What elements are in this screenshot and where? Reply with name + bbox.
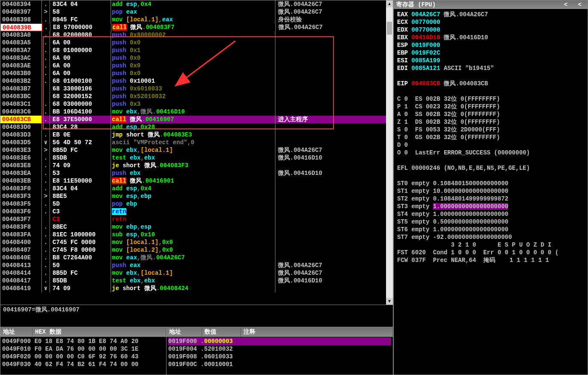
register-line[interactable] [397, 172, 584, 180]
disasm-row[interactable]: 004083D3.EB 0Ejmp short 微风.004083E3 [0, 131, 393, 139]
disasm-row[interactable]: 004083AE.6A 00push 0x0 [0, 62, 393, 70]
disasm-row[interactable]: 004083E6.85DBtest ebx,ebx微风.00416D10 [0, 154, 393, 162]
disasm-row[interactable]: 004083B7 68 33000106push 0x6010033 [0, 85, 393, 93]
hex-row[interactable]: 0049F010 F0 EA DA 76 00 00 00 00 3C 1E [2, 345, 164, 353]
registers-pane[interactable]: 寄存器 (FPU) < < EAX 004A26C7 微风.004A26C7EC… [393, 0, 588, 375]
disasm-row[interactable]: 00408417.85DBtest ebx,ebx微风.00416D10 [0, 277, 393, 285]
disasm-row[interactable]: 00408414.8B5D FCmov ebx,[local.1]微风.004A… [0, 269, 393, 277]
register-line[interactable]: O 0 LastErr ERROR_SUCCESS (00000000) [397, 149, 584, 157]
disasm-row[interactable]: 004083E8.74 09je short 微风.004083F3 [0, 162, 393, 169]
disasm-row[interactable]: 004083C6.BB 106D4100mov ebx,微风.00416D10 [0, 108, 393, 116]
stack-row[interactable]: 0019F008 .06010033 [168, 353, 391, 360]
disasm-row[interactable]: 00408398.8945 FCmov [local.1],eax身份校验 [0, 16, 393, 23]
scroll-up-icon[interactable]: ▲ [386, 0, 393, 7]
scroll-thumb[interactable] [387, 22, 392, 35]
register-line[interactable]: A 0 SS 002B 32位 0(FFFFFFFF) [397, 110, 584, 118]
disasm-row[interactable]: 004083F0.83C4 04add esp,0x4 [0, 185, 393, 192]
disasm-scrollbar[interactable]: ▲ ▼ [386, 0, 393, 305]
instruction: mov [local.1],eax [111, 16, 275, 23]
hex-header-data[interactable]: HEX 数据 [32, 327, 166, 337]
disasm-row[interactable]: 004083A0.68 02000080push 0x80000002 [0, 31, 393, 39]
disasm-row[interactable]: 00408407.C745 F8 0000mov [local.2],0x0 [0, 246, 393, 254]
disasm-row[interactable]: 004083FA.81EC 1000000sub esp,0x10 [0, 231, 393, 238]
register-line[interactable]: Z 1 DS 002B 32位 0(FFFFFFFF) [397, 118, 584, 126]
register-line[interactable]: ST7 empty -92.000000000000000000 [397, 233, 584, 241]
register-line[interactable]: EFL 00000246 (NO,NB,E,BE,NS,PE,GE,LE) [397, 164, 584, 172]
disasm-row[interactable]: 004083EB.E8 11E50000call 微风.00416901 [0, 177, 393, 185]
disasm-row[interactable]: 004083CB.E8 37E50000call 微风.00416907进入主程… [0, 116, 393, 123]
stack-row[interactable]: 0019F000 .00000003 [168, 337, 391, 345]
register-line[interactable]: ST6 empty 1.0000000000000000000 [397, 226, 584, 233]
register-line[interactable]: EBP 0019F02C [397, 49, 584, 57]
register-line[interactable]: EIP 004083CB 微风.004083CB [397, 80, 584, 87]
registers-nav-icons[interactable]: < < [564, 1, 585, 9]
register-line[interactable]: FCW 037F Prec NEAR,64 掩码 1 1 1 1 1 1 [397, 256, 584, 264]
disasm-row[interactable]: 004083F8.8BECmov ebp,esp [0, 223, 393, 231]
stack-header-val[interactable]: 数值 [202, 327, 241, 337]
disasm-row[interactable]: 004083A7.68 01000000push 0x1 [0, 47, 393, 54]
disasm-row[interactable]: 004083D0.83C4 28add esp,0x28 [0, 123, 393, 131]
disasm-row[interactable]: 00408419∨74 09je short 微风.00408424 [0, 285, 393, 292]
register-line[interactable]: EDX 00770000 [397, 26, 584, 34]
disasm-row[interactable]: 004083B2.68 01000100push 0x10001 [0, 77, 393, 85]
hex-dump-pane[interactable]: 地址 HEX 数据 0049F000 E0 18 E8 74 80 1B E8 … [0, 327, 167, 375]
register-line[interactable] [397, 157, 584, 164]
disasm-row[interactable]: 004083F5.5Dpop ebp [0, 200, 393, 208]
disasm-row[interactable]: 004083C1.68 03000000push 0x3 [0, 100, 393, 108]
disasm-row[interactable]: 00408400.C745 FC 0000mov [local.1],0x0 [0, 238, 393, 246]
register-line[interactable]: D 0 [397, 141, 584, 149]
disasm-row[interactable]: 004083E3>8B5D FCmov ebx,[local.1]微风.004A… [0, 146, 393, 154]
address: 00408407 [0, 246, 42, 254]
register-line[interactable]: ST4 empty 1.0000000000000000000 [397, 210, 584, 218]
disasm-row[interactable]: 00408397>58pop eax微风.004A26C7 [0, 8, 393, 16]
stack-header-addr[interactable]: 地址 [167, 327, 202, 337]
register-line[interactable]: ECX 00770000 [397, 18, 584, 26]
register-line[interactable] [397, 87, 584, 95]
disasm-row[interactable]: 004083B0.6A 00push 0x0 [0, 70, 393, 77]
register-line[interactable]: EDI 0085A121 ASCII "b19415" [397, 64, 584, 72]
disasm-row[interactable]: 004083F7 C3retn [0, 215, 393, 223]
register-line[interactable]: ST3 empty 1.0000000000000000000 [397, 203, 584, 210]
register-line[interactable]: EAX 004A26C7 微风.004A26C7 [397, 11, 584, 18]
register-line[interactable]: P 1 CS 0023 32位 0(FFFFFFFF) [397, 103, 584, 110]
disasm-row[interactable]: 004083BC 68 32000152push 0x52010032 [0, 93, 393, 100]
disasm-row[interactable]: 0040839B.E8 57000000call 微风.004083F7微风.0… [0, 23, 393, 31]
disassembly-pane[interactable]: 00408394.83C4 04add esp,0x4微风.004A26C700… [0, 0, 393, 305]
disasm-row[interactable]: 004083D5∨56 4D 50 72 ascii "VMProtect en… [0, 139, 393, 146]
hex-row[interactable]: 0049F000 E0 18 E8 74 80 1B E8 74 A0 20 [2, 337, 164, 345]
register-line[interactable]: ESP 0019F000 [397, 41, 584, 49]
register-line[interactable]: ST5 empty 0.5000000000000000000 [397, 218, 584, 226]
register-line[interactable]: ST2 empty 0.1084801499999999872 [397, 195, 584, 203]
comment [275, 85, 392, 93]
register-line[interactable]: ST1 empty 10.000000000000000000 [397, 187, 584, 195]
stack-row[interactable]: 0019F00C .00010001 [168, 360, 391, 368]
hex-row[interactable]: 0049F020 00 00 00 00 C0 6F 92 76 60 43 [2, 353, 164, 360]
register-line[interactable]: FST 6020 Cond 1 0 0 0 Err 0 0 1 0 0 0 0 … [397, 249, 584, 256]
instruction: je short 微风.00408424 [111, 285, 275, 292]
register-line[interactable]: ESI 0085A199 [397, 57, 584, 64]
disasm-row[interactable]: 0040840E.B8 C7264A00mov eax,微风.004A26C7 [0, 254, 393, 262]
registers-header[interactable]: 寄存器 (FPU) < < [394, 0, 588, 9]
register-line[interactable] [397, 72, 584, 80]
disasm-row[interactable]: 004083A5.6A 00push 0x0 [0, 39, 393, 47]
disasm-row[interactable]: 004083AC.6A 00push 0x0 [0, 54, 393, 62]
disasm-row[interactable]: 00408413.50push eax微风.004A26C7 [0, 262, 393, 269]
register-line[interactable]: ST0 empty 0.1084801500000000000 [397, 180, 584, 187]
disasm-row[interactable]: 00408394.83C4 04add esp,0x4微风.004A26C7 [0, 0, 393, 8]
scroll-down-icon[interactable]: ▼ [386, 298, 393, 305]
stack-header-cmt[interactable]: 注释 [241, 327, 393, 337]
opcode-bytes: E8 37E50000 [50, 116, 111, 123]
stack-pane[interactable]: 地址 数值 注释 0019F000 .000000030019F004 .520… [167, 327, 393, 375]
register-line[interactable]: EBX 00416D10 微风.00416D10 [397, 34, 584, 41]
register-line[interactable]: C 0 ES 002B 32位 0(FFFFFFFF) [397, 95, 584, 103]
hex-header-addr[interactable]: 地址 [0, 327, 32, 337]
address: 004083C6 [0, 108, 42, 116]
disasm-row[interactable]: 004083F3>8BE5mov esp,ebp [0, 192, 393, 200]
register-line[interactable]: S 0 FS 0053 32位 2D0000(FFF) [397, 126, 584, 134]
register-line[interactable]: T 0 GS 002B 32位 0(FFFFFFFF) [397, 134, 584, 141]
register-line[interactable]: 3 2 1 0 E S P U O Z D I [397, 241, 584, 249]
stack-row[interactable]: 0019F004 .52010032 [168, 345, 391, 353]
hex-row[interactable]: 0049F030 40 62 F4 74 B2 61 F4 74 00 00 [2, 360, 164, 368]
disasm-row[interactable]: 004083F6.C3retn [0, 208, 393, 215]
disasm-row[interactable]: 004083EA.53push ebx微风.00416D10 [0, 169, 393, 177]
